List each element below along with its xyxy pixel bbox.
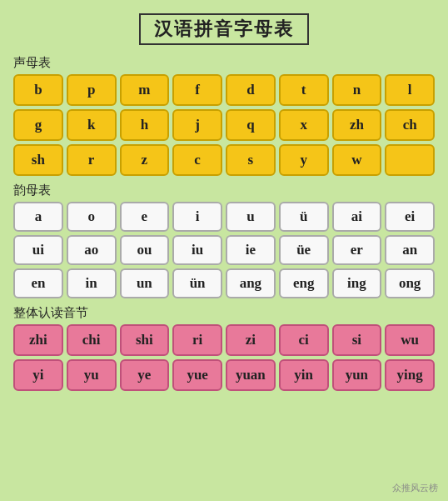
cell-ch: ch	[385, 109, 435, 141]
cell-zi: zi	[226, 324, 276, 356]
zhengtiren-label: 整体认读音节	[13, 305, 435, 321]
cell-empty	[385, 144, 435, 176]
cell-ui: ui	[13, 235, 63, 265]
cell-an: an	[385, 235, 435, 265]
cell-f: f	[172, 74, 222, 106]
watermark: 众推风云榜	[392, 482, 438, 494]
shengmu-section: 声母表 bpmfdtnlgkhjqxzhchshrzcsyw	[13, 55, 435, 176]
cell-w: w	[332, 144, 382, 176]
cell-ong: ong	[385, 268, 435, 298]
cell-in: in	[67, 268, 117, 298]
cell-u: u	[226, 202, 276, 232]
cell-ye: ye	[120, 359, 170, 391]
cell-j: j	[172, 109, 222, 141]
cell-x: x	[279, 109, 329, 141]
cell-b: b	[13, 74, 63, 106]
cell-ing: ing	[332, 268, 382, 298]
yunmu-section: 韵母表 aoeiuüaieiuiaoouiuieüeeraneninunünan…	[13, 183, 435, 298]
cell-h: h	[120, 109, 170, 141]
cell-m: m	[120, 74, 170, 106]
cell-ao: ao	[67, 235, 117, 265]
cell-sh: sh	[13, 144, 63, 176]
shengmu-label: 声母表	[13, 55, 435, 71]
cell-ai: ai	[332, 202, 382, 232]
zhengtiren-grid: zhichishirizicisiwuyiyuyeyueyuanyinyunyi…	[13, 324, 435, 391]
cell-ü: ü	[279, 202, 329, 232]
cell-p: p	[67, 74, 117, 106]
cell-eng: eng	[279, 268, 329, 298]
cell-r: r	[67, 144, 117, 176]
cell-yi: yi	[13, 359, 63, 391]
cell-zhi: zhi	[13, 324, 63, 356]
cell-en: en	[13, 268, 63, 298]
cell-ang: ang	[226, 268, 276, 298]
cell-ri: ri	[172, 324, 222, 356]
cell-ie: ie	[226, 235, 276, 265]
cell-ün: ün	[172, 268, 222, 298]
cell-g: g	[13, 109, 63, 141]
cell-a: a	[13, 202, 63, 232]
cell-un: un	[120, 268, 170, 298]
cell-d: d	[226, 74, 276, 106]
cell-yu: yu	[67, 359, 117, 391]
cell-o: o	[67, 202, 117, 232]
cell-er: er	[332, 235, 382, 265]
cell-ying: ying	[385, 359, 435, 391]
cell-t: t	[279, 74, 329, 106]
cell-chi: chi	[67, 324, 117, 356]
cell-iu: iu	[172, 235, 222, 265]
cell-ou: ou	[120, 235, 170, 265]
page-title: 汉语拼音字母表	[139, 13, 309, 45]
cell-yun: yun	[332, 359, 382, 391]
zhengtiren-section: 整体认读音节 zhichishirizicisiwuyiyuyeyueyuany…	[13, 305, 435, 391]
cell-l: l	[385, 74, 435, 106]
cell-q: q	[226, 109, 276, 141]
cell-ei: ei	[385, 202, 435, 232]
cell-c: c	[172, 144, 222, 176]
cell-üe: üe	[279, 235, 329, 265]
shengmu-grid: bpmfdtnlgkhjqxzhchshrzcsyw	[13, 74, 435, 176]
cell-z: z	[120, 144, 170, 176]
yunmu-grid: aoeiuüaieiuiaoouiuieüeeraneninunünangeng…	[13, 202, 435, 298]
cell-yue: yue	[172, 359, 222, 391]
cell-wu: wu	[385, 324, 435, 356]
cell-zh: zh	[332, 109, 382, 141]
cell-si: si	[332, 324, 382, 356]
cell-ci: ci	[279, 324, 329, 356]
yunmu-label: 韵母表	[13, 183, 435, 198]
cell-shi: shi	[120, 324, 170, 356]
main-container: 汉语拼音字母表 声母表 bpmfdtnlgkhjqxzhchshrzcsyw 韵…	[0, 0, 448, 501]
cell-yin: yin	[279, 359, 329, 391]
cell-i: i	[172, 202, 222, 232]
cell-s: s	[226, 144, 276, 176]
cell-k: k	[67, 109, 117, 141]
cell-yuan: yuan	[226, 359, 276, 391]
cell-y: y	[279, 144, 329, 176]
title-area: 汉语拼音字母表	[13, 10, 435, 48]
cell-e: e	[120, 202, 170, 232]
cell-n: n	[332, 74, 382, 106]
